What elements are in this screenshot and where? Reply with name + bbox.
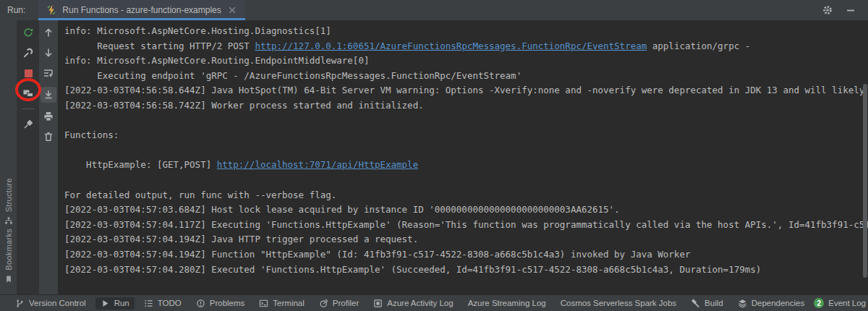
statusbar-tab-dependencies[interactable]: Dependencies	[733, 297, 810, 310]
run-tool-window-body: StructureBookmarks info: Microsoft.AspNe…	[0, 20, 868, 294]
profiler-icon	[319, 299, 328, 308]
console-text: [2022-03-03T04:57:04.194Z] Function "Htt…	[64, 249, 690, 260]
console-line	[64, 173, 868, 188]
wrench-button[interactable]	[20, 46, 36, 59]
run-tool-window: Run: Run Functions - azure-function-exam…	[0, 0, 868, 311]
statusbar-tab-run[interactable]: Run	[95, 297, 135, 310]
console-text: [2022-03-03T04:57:04.280Z] Executed 'Fun…	[64, 264, 761, 275]
dependencies-icon	[738, 299, 747, 308]
pin-button[interactable]	[20, 118, 36, 131]
statusbar-tab-azure-streaming-log[interactable]: Azure Streaming Log	[463, 297, 551, 309]
rerun-button[interactable]	[20, 26, 36, 39]
run-tab[interactable]: Run Functions - azure-function-examples	[38, 0, 244, 20]
statusbar-tab-terminal[interactable]: Terminal	[254, 297, 309, 310]
play-icon	[101, 299, 110, 308]
console-text: info: Microsoft.AspNetCore.Routing.Endpo…	[64, 55, 369, 66]
console-output[interactable]: info: Microsoft.AspNetCore.Hosting.Diagn…	[59, 20, 868, 294]
soft-wrap-button[interactable]	[41, 67, 56, 80]
console-text: Request starting HTTP/2 POST	[64, 41, 255, 51]
stop-button[interactable]	[20, 67, 36, 80]
gear-icon[interactable]	[822, 4, 833, 16]
stripe-item-structure[interactable]: Structure	[0, 178, 17, 225]
console-line	[64, 143, 868, 158]
arrow-up-button[interactable]	[41, 26, 56, 39]
terminal-icon	[259, 299, 268, 308]
console-link[interactable]: http://localhost:7071/api/HttpExample	[217, 159, 418, 170]
run-tab-label: Run Functions - azure-function-examples	[62, 5, 221, 15]
statusbar: Version ControlRunTODOProblemsTerminalPr…	[0, 294, 868, 311]
statusbar-tab-label: TODO	[158, 299, 182, 307]
statusbar-event-log[interactable]: 2Event Log	[814, 298, 868, 308]
print-button[interactable]	[41, 110, 56, 123]
statusbar-tab-label: Cosmos Serverless Spark Jobs	[561, 299, 676, 307]
run-tool-window-header: Run: Run Functions - azure-function-exam…	[0, 0, 868, 20]
console-text: Functions:	[64, 129, 119, 140]
console-line: [2022-03-03T04:56:58.644Z] Java HotSpot(…	[64, 83, 868, 98]
statusbar-tab-label: Dependencies	[752, 299, 805, 307]
console-line: Functions:	[64, 128, 868, 143]
console-line: [2022-03-03T04:57:04.117Z] Executing 'Fu…	[64, 218, 868, 233]
console-text: [2022-03-03T04:56:58.644Z] Java HotSpot(…	[64, 85, 868, 95]
event-log-count-badge: 2	[814, 298, 824, 308]
stop-icon	[25, 69, 33, 77]
statusbar-tab-version-control[interactable]: Version Control	[10, 297, 91, 310]
console-text: [2022-03-03T04:57:04.194Z] Java HTTP tri…	[64, 234, 418, 244]
console-line: [2022-03-03T04:57:04.280Z] Executed 'Fun…	[64, 263, 868, 278]
statusbar-tab-problems[interactable]: Problems	[191, 297, 250, 310]
arrow-down-icon	[43, 47, 54, 59]
console-line: [2022-03-03T04:56:58.742Z] Worker proces…	[64, 98, 868, 114]
statusbar-tab-label: Profiler	[333, 299, 359, 307]
run-toolbar	[17, 20, 39, 294]
statusbar-tab-label: Azure Streaming Log	[468, 299, 546, 307]
trash-button[interactable]	[41, 130, 56, 143]
console-line: Executing endpoint 'gRPC - /AzureFunctio…	[64, 69, 868, 84]
console-link[interactable]: http://127.0.0.1:60651/AzureFunctionsRpc…	[255, 41, 647, 51]
wrench-icon	[22, 47, 34, 59]
statusbar-tab-azure-activity-log[interactable]: Azure Activity Log	[368, 297, 458, 310]
rerun-icon	[22, 27, 34, 38]
tool-window-title: Run:	[7, 5, 25, 15]
statusbar-tab-label: Problems	[210, 299, 245, 307]
arrow-down-button[interactable]	[41, 46, 56, 59]
header-actions	[822, 4, 868, 16]
hide-tool-window-icon[interactable]	[845, 4, 856, 16]
azure-functions-icon	[46, 4, 57, 16]
stripe-item-label: Bookmarks	[4, 229, 13, 270]
console-toolbar	[39, 20, 59, 294]
close-icon[interactable]	[226, 4, 238, 16]
stripe-item-bookmarks[interactable]: Bookmarks	[0, 229, 17, 284]
todo-icon	[144, 299, 153, 308]
console-text: application/grpc -	[647, 41, 750, 51]
console-line: [2022-03-03T04:57:03.684Z] Host lock lea…	[64, 203, 868, 218]
console-text: [2022-03-03T04:57:03.684Z] Host lock lea…	[64, 204, 620, 215]
stripe-item-label: Structure	[4, 178, 13, 212]
console-line	[64, 114, 868, 129]
restore-layout-icon	[22, 88, 34, 99]
statusbar-tab-label: Terminal	[273, 299, 304, 307]
bookmark-icon	[4, 275, 13, 284]
statusbar-tab-label: Build	[705, 299, 723, 307]
trash-icon	[43, 131, 54, 142]
console-text: info: Microsoft.AspNetCore.Hosting.Diagn…	[64, 25, 331, 36]
console-text: Executing endpoint 'gRPC - /AzureFunctio…	[64, 70, 522, 81]
vertical-scrollbar[interactable]	[863, 84, 867, 278]
toolbar-divider	[22, 108, 35, 109]
structure-icon	[4, 216, 13, 225]
pin-icon	[22, 119, 34, 130]
console-line: HttpExample: [GET,POST] http://localhost…	[64, 158, 868, 173]
branch-icon	[15, 299, 25, 308]
statusbar-tab-profiler[interactable]: Profiler	[314, 297, 364, 310]
scroll-to-end-button[interactable]	[41, 87, 56, 103]
console-line: [2022-03-03T04:57:04.194Z] Java HTTP tri…	[64, 232, 868, 247]
azure-log-icon	[373, 299, 383, 308]
console-text: HttpExample: [GET,POST]	[64, 159, 217, 170]
console-line: For detailed output, run func with --ver…	[64, 188, 868, 203]
console-line: info: Microsoft.AspNetCore.Routing.Endpo…	[64, 54, 868, 69]
console-line: info: Microsoft.AspNetCore.Hosting.Diagn…	[64, 24, 868, 39]
statusbar-tab-cosmos-serverless-spark-jobs[interactable]: Cosmos Serverless Spark Jobs	[556, 297, 681, 309]
statusbar-tab-todo[interactable]: TODO	[139, 297, 187, 310]
console-text: [2022-03-03T04:56:58.742Z] Worker proces…	[64, 100, 424, 111]
statusbar-tab-build[interactable]: Build	[686, 297, 728, 310]
arrow-up-icon	[43, 27, 54, 38]
restore-layout-button[interactable]	[20, 87, 36, 100]
